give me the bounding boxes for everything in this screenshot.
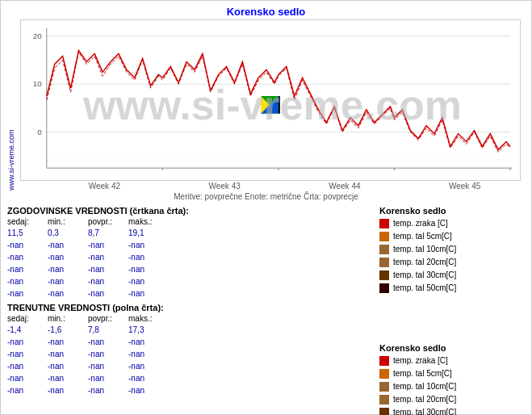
legend-color-swatch bbox=[379, 408, 389, 415]
table-row: -nan-nan-nan-nan bbox=[7, 239, 363, 251]
chart-meta: Meritve: povprečne Enote: metrične Črta:… bbox=[1, 192, 531, 201]
table-row: 11,50,38,719,1 bbox=[7, 227, 363, 239]
legend-color-swatch bbox=[379, 382, 389, 392]
legend-label: temp. tal 20cm[C] bbox=[393, 393, 456, 406]
svg-text:10: 10 bbox=[33, 79, 42, 88]
legend-title-2: Korensko sedlo bbox=[379, 343, 525, 353]
legend-label: temp. tal 5cm[C] bbox=[393, 230, 452, 243]
legend-color-swatch bbox=[379, 245, 389, 254]
legend-color-swatch bbox=[379, 283, 389, 293]
list-item: temp. zraka [C] bbox=[379, 217, 525, 230]
table-row: -nan-nan-nan-nan bbox=[7, 360, 363, 372]
legend-section: Korensko sedlo temp. zraka [C]temp. tal … bbox=[379, 206, 525, 415]
x-label-week44: Week 44 bbox=[329, 182, 360, 191]
legend-items: temp. zraka [C]temp. tal 5cm[C]temp. tal… bbox=[379, 217, 525, 295]
data-tables: ZGODOVINSKE VREDNOSTI (črtkana črta): se… bbox=[7, 206, 363, 415]
legend-label: temp. tal 30cm[C] bbox=[393, 406, 456, 415]
list-item: temp. tal 50cm[C] bbox=[379, 282, 525, 295]
legend-color-swatch bbox=[379, 232, 389, 241]
legend-color-swatch bbox=[379, 356, 389, 366]
legend-color-swatch bbox=[379, 369, 389, 379]
table-row: -nan-nan-nan-nan bbox=[7, 263, 363, 275]
chart-svg: 10 0 20 bbox=[20, 19, 521, 181]
legend-label: temp. zraka [C] bbox=[393, 217, 448, 230]
historical-header: ZGODOVINSKE VREDNOSTI (črtkana črta): bbox=[7, 206, 363, 216]
legend-label: temp. tal 30cm[C] bbox=[393, 269, 456, 282]
legend-label: temp. tal 5cm[C] bbox=[393, 367, 452, 380]
list-item: temp. tal 20cm[C] bbox=[379, 256, 525, 269]
x-label-week42: Week 42 bbox=[89, 182, 120, 191]
current-header: TRENUTNE VREDNOSTI (polna črta): bbox=[7, 303, 363, 312]
legend-label: temp. tal 50cm[C] bbox=[393, 282, 456, 295]
svg-text:0: 0 bbox=[37, 128, 42, 136]
table-row: -nan-nan-nan-nan bbox=[7, 372, 363, 384]
legend-label: temp. tal 10cm[C] bbox=[393, 380, 456, 393]
chart-title: Korensko sedlo bbox=[1, 1, 531, 19]
list-item: temp. tal 30cm[C] bbox=[379, 269, 525, 282]
list-item: temp. tal 10cm[C] bbox=[379, 243, 525, 256]
table-row: -nan-nan-nan-nan bbox=[7, 336, 363, 348]
list-item: temp. tal 10cm[C] bbox=[379, 380, 525, 393]
legend-title: Korensko sedlo bbox=[379, 206, 525, 216]
x-label-week43: Week 43 bbox=[208, 182, 240, 191]
legend-label: temp. zraka [C] bbox=[393, 354, 448, 367]
list-item: temp. tal 30cm[C] bbox=[379, 406, 525, 415]
current-rows: -1,4-1,67,817,3-nan-nan-nan-nan-nan-nan-… bbox=[7, 324, 363, 396]
table-row: -nan-nan-nan-nan bbox=[7, 348, 363, 360]
list-item: temp. tal 5cm[C] bbox=[379, 230, 525, 243]
list-item: temp. tal 20cm[C] bbox=[379, 393, 525, 406]
legend-color-swatch bbox=[379, 258, 389, 267]
table-row: -nan-nan-nan-nan bbox=[7, 287, 363, 300]
current-col-headers: sedaj: min.: povpr.: maks.: bbox=[7, 314, 363, 323]
legend-color-swatch bbox=[379, 270, 389, 280]
legend-label: temp. tal 20cm[C] bbox=[393, 256, 456, 269]
legend-color-swatch bbox=[379, 395, 389, 405]
x-label-week45: Week 45 bbox=[449, 182, 480, 191]
table-row: -nan-nan-nan-nan bbox=[7, 251, 363, 263]
historical-rows: 11,50,38,719,1-nan-nan-nan-nan-nan-nan-n… bbox=[7, 227, 363, 300]
list-item: temp. tal 5cm[C] bbox=[379, 367, 525, 380]
table-row: -nan-nan-nan-nan bbox=[7, 275, 363, 287]
svg-text:20: 20 bbox=[33, 31, 42, 40]
svg-rect-16 bbox=[279, 96, 280, 114]
y-axis-label: www.si-vreme.com bbox=[7, 19, 19, 191]
table-row: -1,4-1,67,817,3 bbox=[7, 324, 363, 336]
legend-items-2: temp. zraka [C]temp. tal 5cm[C]temp. tal… bbox=[379, 354, 525, 415]
list-item: temp. zraka [C] bbox=[379, 354, 525, 367]
legend-color-swatch bbox=[379, 219, 389, 228]
table-row: -nan-nan-nan-nan bbox=[7, 384, 363, 396]
historical-col-headers: sedaj: min.: povpr.: maks.: bbox=[7, 217, 363, 226]
legend-label: temp. tal 10cm[C] bbox=[393, 243, 456, 256]
